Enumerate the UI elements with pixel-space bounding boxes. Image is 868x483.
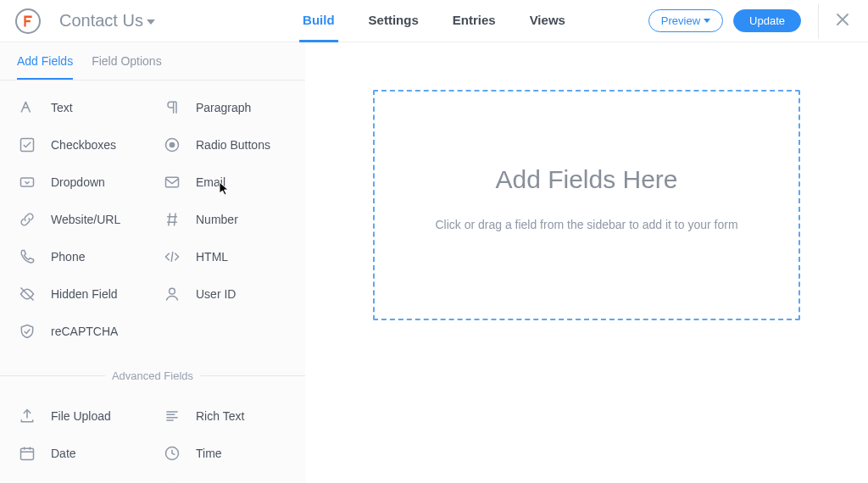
svg-point-5	[170, 288, 175, 294]
form-title-label: Contact Us	[59, 11, 143, 31]
field-item-date[interactable]: Date	[8, 435, 153, 472]
tab-build[interactable]: Build	[299, 0, 338, 42]
field-item-phone[interactable]: Phone	[8, 238, 153, 275]
form-title-dropdown[interactable]: Contact Us	[59, 11, 155, 31]
field-item-label: reCAPTCHA	[51, 325, 118, 338]
tab-entries[interactable]: Entries	[449, 0, 499, 42]
field-item-label: Phone	[51, 250, 85, 264]
chevron-down-small-icon	[704, 19, 710, 23]
upload-icon	[17, 406, 37, 426]
field-item-paragraph[interactable]: Paragraph	[153, 89, 298, 126]
chevron-down-icon	[147, 19, 155, 25]
field-item-label: Radio Buttons	[196, 138, 270, 152]
sidebar-tab-field-options[interactable]: Field Options	[92, 54, 161, 80]
field-item-label: Rich Text	[196, 409, 244, 423]
radio-icon	[162, 135, 182, 155]
hash-icon	[162, 209, 182, 230]
shield-icon	[17, 321, 37, 341]
svg-rect-6	[21, 448, 34, 459]
sidebar: Add Fields Field Options TextParagraphCh…	[0, 42, 305, 483]
drop-zone[interactable]: Add Fields Here Click or drag a field fr…	[373, 90, 800, 320]
field-item-scale[interactable]: Scale	[8, 472, 153, 483]
field-item-label: Dropdown	[51, 175, 105, 189]
update-button[interactable]: Update	[733, 9, 801, 32]
sidebar-tab-add-fields[interactable]: Add Fields	[17, 54, 73, 80]
paragraph-icon	[162, 97, 182, 118]
svg-rect-3	[21, 178, 34, 186]
field-item-label: Text	[51, 101, 73, 114]
html-icon	[162, 247, 182, 267]
field-item-time[interactable]: Time	[153, 435, 298, 472]
svg-point-2	[170, 142, 175, 148]
form-canvas: Add Fields Here Click or drag a field fr…	[305, 42, 868, 483]
richtext-icon	[162, 406, 182, 426]
text-icon	[17, 97, 37, 118]
close-icon	[836, 13, 849, 26]
hidden-icon	[17, 284, 37, 304]
field-item-label: Number	[196, 213, 238, 226]
divider	[818, 3, 819, 39]
field-item-email[interactable]: Email	[153, 164, 298, 201]
drop-zone-title: Add Fields Here	[495, 165, 677, 194]
field-item-label: Checkboxes	[51, 138, 116, 152]
field-item-label: Time	[196, 447, 222, 460]
field-item-label: HTML	[196, 250, 228, 264]
field-item-checkbox[interactable]: Checkboxes	[8, 126, 153, 164]
field-item-label: Hidden Field	[51, 287, 118, 301]
preview-button[interactable]: Preview	[648, 9, 723, 32]
field-item-text[interactable]: Text	[8, 89, 153, 126]
field-item-label: Website/URL	[51, 213, 120, 226]
field-item-star[interactable]: Star Rating	[153, 472, 298, 483]
tab-settings[interactable]: Settings	[365, 0, 422, 42]
user-icon	[162, 284, 182, 304]
time-icon	[162, 443, 182, 464]
preview-button-label: Preview	[661, 14, 700, 27]
app-logo-icon	[15, 8, 41, 34]
checkbox-icon	[17, 135, 37, 155]
section-label-advanced: Advanced Fields	[105, 369, 200, 382]
tab-views[interactable]: Views	[526, 0, 569, 42]
section-header-advanced: Advanced Fields	[0, 365, 305, 386]
drop-zone-subtitle: Click or drag a field from the sidebar t…	[435, 218, 737, 231]
phone-icon	[17, 247, 37, 267]
date-icon	[17, 443, 37, 464]
field-item-label: Date	[51, 447, 76, 460]
field-item-label: User ID	[196, 287, 236, 301]
dropdown-icon	[17, 172, 37, 192]
svg-rect-4	[166, 177, 179, 187]
field-item-richtext[interactable]: Rich Text	[153, 397, 298, 435]
field-item-dropdown[interactable]: Dropdown	[8, 164, 153, 201]
email-icon	[162, 172, 182, 192]
close-button[interactable]	[832, 9, 853, 33]
field-item-link[interactable]: Website/URL	[8, 201, 153, 238]
field-item-upload[interactable]: File Upload	[8, 397, 153, 435]
field-item-hash[interactable]: Number	[153, 201, 298, 238]
field-item-html[interactable]: HTML	[153, 238, 298, 275]
field-item-label: File Upload	[51, 409, 111, 423]
field-item-hidden[interactable]: Hidden Field	[8, 275, 153, 313]
field-item-radio[interactable]: Radio Buttons	[153, 126, 298, 164]
field-item-shield[interactable]: reCAPTCHA	[8, 313, 153, 350]
field-item-label: Email	[196, 175, 225, 189]
field-item-user[interactable]: User ID	[153, 275, 298, 313]
link-icon	[17, 209, 37, 230]
field-item-label: Paragraph	[196, 101, 251, 114]
